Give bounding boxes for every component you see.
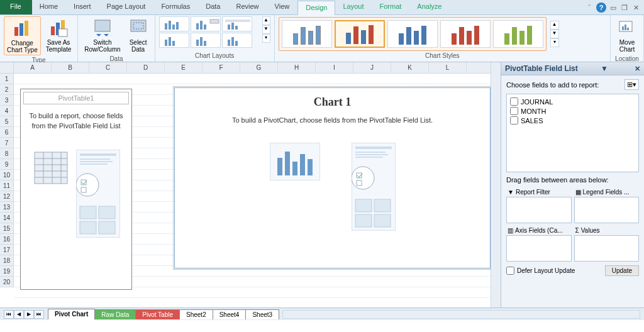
col-header[interactable]: D (127, 62, 165, 73)
select-data-button[interactable]: Select Data (126, 16, 151, 54)
save-as-template-button[interactable]: Save As Template (43, 16, 74, 54)
chart-layout-1[interactable] (159, 16, 189, 31)
sheet-tab-pivot-chart[interactable]: Pivot Chart (48, 309, 95, 320)
grid[interactable]: PivotTable1 To build a report, choose fi… (14, 74, 491, 306)
drop-zone-values[interactable]: ΣValues (574, 226, 640, 262)
row-header[interactable]: 7 (0, 138, 13, 148)
tab-data[interactable]: Data (198, 0, 228, 14)
drop-zone-filter[interactable]: ▼Report Filter (506, 187, 572, 223)
chart-style-3[interactable] (387, 20, 438, 48)
sheet-tab-pivot-table[interactable]: Pivot Table (135, 309, 180, 319)
chart-layout-6[interactable] (222, 33, 252, 48)
close-icon[interactable]: ✕ (631, 3, 640, 12)
field-item-month[interactable]: MONTH (509, 106, 636, 116)
chart-layout-3[interactable] (222, 16, 252, 31)
row-header[interactable]: 15 (0, 223, 13, 234)
layout-gallery-more[interactable]: ▲▼▾ (262, 16, 270, 43)
tab-review[interactable]: Review (228, 0, 267, 14)
svg-rect-17 (210, 19, 219, 23)
tab-view[interactable]: View (267, 0, 298, 14)
restore-icon[interactable]: ❐ (620, 3, 629, 12)
row-header[interactable]: 1 (0, 74, 13, 84)
sheet-nav-prev-icon[interactable]: ◀ (14, 310, 24, 319)
row-header[interactable]: 8 (0, 148, 13, 159)
drop-zone-legend[interactable]: ▦Legend Fields ... (574, 187, 640, 223)
row-header[interactable]: 16 (0, 234, 13, 245)
col-header[interactable]: A (14, 62, 52, 73)
row-header[interactable]: 2 (0, 84, 13, 95)
row-header[interactable]: 3 (0, 95, 13, 106)
switch-row-column-button[interactable]: Switch Row/Column (82, 16, 123, 54)
row-header[interactable]: 12 (0, 191, 13, 202)
col-header[interactable]: G (240, 62, 278, 73)
col-header[interactable]: B (52, 62, 89, 73)
row-header[interactable]: 10 (0, 170, 13, 180)
sheet-nav-first-icon[interactable]: ⏮ (4, 310, 14, 319)
chart-style-2[interactable] (335, 20, 385, 48)
change-chart-type-button[interactable]: Change Chart Type (4, 16, 41, 55)
defer-checkbox[interactable] (506, 267, 514, 275)
tab-layout[interactable]: Layout (335, 0, 372, 14)
field-pane-close-icon[interactable]: ✕ (635, 65, 640, 73)
chart-layout-2[interactable] (191, 16, 221, 31)
tab-analyze[interactable]: Analyze (409, 0, 450, 14)
tab-formulas[interactable]: Formulas (153, 0, 198, 14)
horizontal-scrollbar[interactable] (282, 310, 640, 319)
field-item-journal[interactable]: JOURNAL (509, 97, 636, 106)
sheet-tab-sheet3[interactable]: Sheet3 (245, 309, 279, 319)
row-header[interactable]: 6 (0, 127, 13, 138)
tab-file[interactable]: File (0, 0, 32, 14)
drop-zone-axis[interactable]: ▥Axis Fields (Ca... (506, 226, 572, 262)
sheet-nav-last-icon[interactable]: ⏭ (34, 310, 44, 319)
row-header[interactable]: 18 (0, 255, 13, 266)
chart-style-5[interactable] (493, 20, 543, 48)
col-header[interactable]: K (391, 62, 429, 73)
svg-rect-20 (231, 23, 234, 30)
row-header[interactable]: 17 (0, 245, 13, 255)
select-all-corner[interactable] (0, 62, 14, 74)
svg-rect-47 (80, 163, 108, 165)
field-checkbox[interactable] (510, 97, 518, 106)
col-header[interactable]: F (203, 62, 240, 73)
vertical-scrollbar[interactable] (491, 62, 501, 307)
col-header[interactable]: E (165, 62, 203, 73)
sheet-tab-sheet2[interactable]: Sheet2 (179, 309, 213, 319)
col-header[interactable]: H (278, 62, 316, 73)
chart-style-4[interactable] (440, 20, 491, 48)
tab-design[interactable]: Design (297, 1, 335, 15)
row-header[interactable]: 20 (0, 277, 13, 287)
row-header[interactable]: 4 (0, 106, 13, 116)
field-checkbox[interactable] (510, 116, 518, 124)
tab-page-layout[interactable]: Page Layout (99, 0, 154, 14)
col-header[interactable]: I (316, 62, 353, 73)
field-item-sales[interactable]: SALES (509, 116, 636, 125)
update-button[interactable]: Update (605, 265, 639, 276)
row-header[interactable]: 13 (0, 202, 13, 213)
col-header[interactable]: J (353, 62, 391, 73)
tab-format[interactable]: Format (372, 0, 409, 14)
sheet-nav-next-icon[interactable]: ▶ (24, 310, 34, 319)
tab-home[interactable]: Home (32, 0, 66, 14)
row-header[interactable]: 19 (0, 266, 13, 277)
sheet-tab-raw-data[interactable]: Raw Data (94, 309, 136, 319)
chart-object[interactable]: Chart 1 To build a PivotChart, choose fi… (174, 87, 491, 268)
chart-style-1[interactable] (282, 20, 332, 48)
chart-layout-5[interactable] (191, 33, 221, 48)
col-header[interactable]: L (429, 62, 467, 73)
row-header[interactable]: 5 (0, 116, 13, 127)
field-pane-dropdown-icon[interactable]: ▼ (601, 64, 608, 73)
sheet-tab-sheet4[interactable]: Sheet4 (213, 309, 247, 319)
chart-layout-4[interactable] (159, 33, 189, 48)
field-layout-options-icon[interactable]: ⊞▾ (625, 79, 639, 90)
move-chart-button[interactable]: Move Chart (614, 16, 640, 54)
col-header[interactable]: C (89, 62, 127, 73)
row-header[interactable]: 9 (0, 159, 13, 170)
field-checkbox[interactable] (510, 107, 518, 115)
help-icon[interactable]: ? (596, 3, 606, 13)
caret-icon[interactable]: ˇ (585, 3, 594, 12)
row-header[interactable]: 11 (0, 180, 13, 191)
style-gallery-more[interactable]: ▲▼▾ (550, 21, 559, 47)
tab-insert[interactable]: Insert (66, 0, 99, 14)
minimize-icon[interactable]: ▭ (609, 3, 618, 12)
row-header[interactable]: 14 (0, 213, 13, 223)
